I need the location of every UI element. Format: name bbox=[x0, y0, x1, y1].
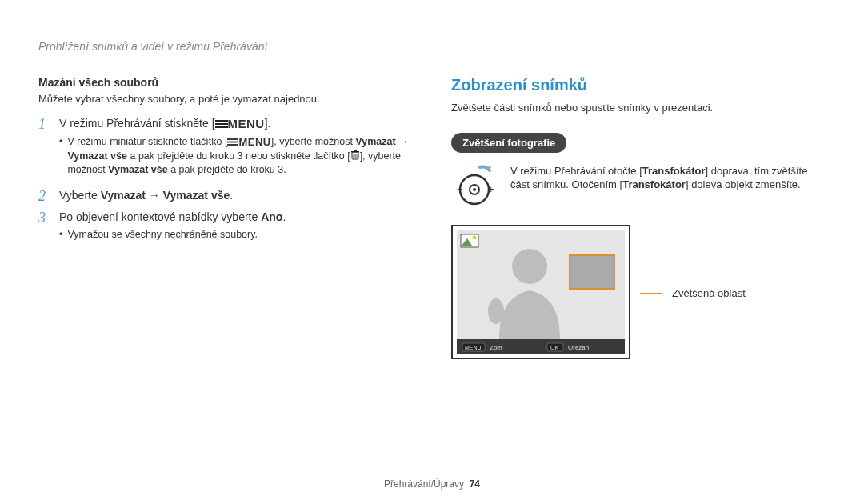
svg-point-23 bbox=[512, 249, 547, 284]
trash-icon bbox=[350, 150, 360, 164]
t: Vymažou se všechny nechráněné soubory. bbox=[67, 228, 258, 242]
leader-line bbox=[640, 293, 662, 294]
screen-preview-row: MENU Zpět OK Ořezání Zvětšená oblast bbox=[451, 225, 826, 362]
svg-rect-0 bbox=[215, 120, 228, 122]
screen-menu-label: MENU bbox=[465, 345, 482, 350]
svg-rect-3 bbox=[227, 138, 238, 140]
t: . bbox=[230, 189, 233, 202]
t: Transfokátor bbox=[622, 178, 686, 190]
step1-text-post: ]. bbox=[265, 117, 271, 130]
svg-rect-4 bbox=[227, 142, 238, 143]
t: → bbox=[396, 136, 409, 147]
zoom-dial-icon: − + bbox=[451, 164, 498, 214]
svg-point-22 bbox=[473, 235, 477, 239]
content-columns: Mazání všech souborů Můžete vybrat všech… bbox=[38, 76, 826, 362]
svg-rect-25 bbox=[570, 255, 614, 289]
left-column: Mazání všech souborů Můžete vybrat všech… bbox=[38, 76, 413, 362]
svg-text:+: + bbox=[488, 183, 494, 195]
step-body: Po objevení kontextové nabídky vyberte A… bbox=[59, 210, 413, 248]
footer-page-number: 74 bbox=[470, 478, 480, 490]
zoom-instruction: V režimu Přehrávání otočte [Transfokátor… bbox=[510, 164, 826, 192]
t: Ano bbox=[261, 210, 282, 223]
menu-label: MENU bbox=[238, 135, 270, 150]
svg-rect-8 bbox=[354, 150, 357, 151]
t: Vymazat vše bbox=[163, 189, 230, 202]
menu-icon: MENU bbox=[215, 116, 265, 132]
menu-label: MENU bbox=[228, 116, 265, 132]
right-column: Zobrazení snímků Zvětšete části snímků n… bbox=[451, 76, 826, 362]
svg-rect-7 bbox=[351, 151, 359, 153]
step-1: 1 V režimu Přehrávání stiskněte [MENU]. … bbox=[38, 116, 413, 184]
divider bbox=[38, 58, 826, 58]
t: Vymazat bbox=[355, 136, 395, 147]
t: V režimu Přehrávání otočte [ bbox=[510, 165, 642, 177]
svg-text:−: − bbox=[457, 183, 463, 195]
pill-zoom-photo: Zvětšení fotografie bbox=[451, 133, 566, 153]
magnified-region-label: Zvětšená oblast bbox=[672, 287, 746, 299]
menu-icon: MENU bbox=[227, 135, 270, 150]
step-number: 2 bbox=[38, 188, 50, 205]
screen-back-label: Zpět bbox=[490, 344, 503, 351]
step-body: V režimu Přehrávání stiskněte [MENU]. V … bbox=[59, 116, 413, 184]
step-2: 2 Vyberte Vymazat → Vymazat vše. bbox=[38, 188, 413, 205]
page-footer: Přehrávání/Úpravy 74 bbox=[0, 478, 864, 490]
t: . bbox=[282, 210, 286, 223]
t: Vymazat vše bbox=[67, 150, 127, 162]
breadcrumb: Prohlížení snímků a videí v režimu Přehr… bbox=[38, 40, 826, 53]
step1-text-pre: V režimu Přehrávání stiskněte [ bbox=[59, 117, 215, 130]
camera-screen-illustration: MENU Zpět OK Ořezání bbox=[451, 225, 630, 362]
t: → bbox=[146, 189, 163, 202]
t: ] doleva objekt zmenšíte. bbox=[686, 178, 801, 190]
t: Vymazat bbox=[101, 189, 146, 202]
zoom-row: − + V režimu Přehrávání otočte [Transfok… bbox=[451, 164, 826, 214]
t: Vymazat vše bbox=[108, 164, 168, 175]
heading-view-images: Zobrazení snímků bbox=[451, 76, 826, 94]
step-3: 3 Po objevení kontextové nabídky vyberte… bbox=[38, 210, 413, 248]
t: V režimu miniatur stiskněte tlačítko [ bbox=[67, 136, 227, 147]
t: ], vyberte možnost bbox=[271, 136, 356, 147]
svg-rect-1 bbox=[215, 123, 228, 125]
step-number: 3 bbox=[38, 210, 50, 248]
svg-rect-5 bbox=[227, 144, 238, 146]
t: a pak přejděte do kroku 3. bbox=[168, 164, 286, 175]
step3-bullets: Vymažou se všechny nechráněné soubory. bbox=[59, 228, 413, 242]
step-body: Vyberte Vymazat → Vymazat vše. bbox=[59, 188, 413, 205]
step1-bullets: V režimu miniatur stiskněte tlačítko [ME… bbox=[59, 135, 413, 177]
t: Transfokátor bbox=[642, 165, 706, 177]
svg-point-15 bbox=[473, 188, 476, 191]
section-title-delete-all: Mazání všech souborů bbox=[38, 76, 413, 89]
step1-bullet: V režimu miniatur stiskněte tlačítko [ME… bbox=[59, 135, 413, 177]
screen-crop-label: Ořezání bbox=[568, 344, 591, 351]
footer-section: Přehrávání/Úpravy bbox=[384, 478, 464, 490]
screen-ok-label: OK bbox=[550, 345, 558, 350]
t: a pak přejděte do kroku 3 nebo stiskněte… bbox=[127, 150, 350, 162]
svg-rect-2 bbox=[215, 126, 228, 128]
svg-point-24 bbox=[488, 298, 504, 324]
step3-bullet: Vymažou se všechny nechráněné soubory. bbox=[59, 228, 413, 242]
intro-text: Zvětšete části snímků nebo spusťte snímk… bbox=[451, 101, 826, 115]
step-number: 1 bbox=[38, 116, 50, 184]
t: Po objevení kontextové nabídky vyberte bbox=[59, 210, 261, 223]
t: Vyberte bbox=[59, 189, 101, 202]
intro-text: Můžete vybrat všechny soubory, a poté je… bbox=[38, 92, 413, 106]
steps-list: 1 V režimu Přehrávání stiskněte [MENU]. … bbox=[38, 116, 413, 248]
